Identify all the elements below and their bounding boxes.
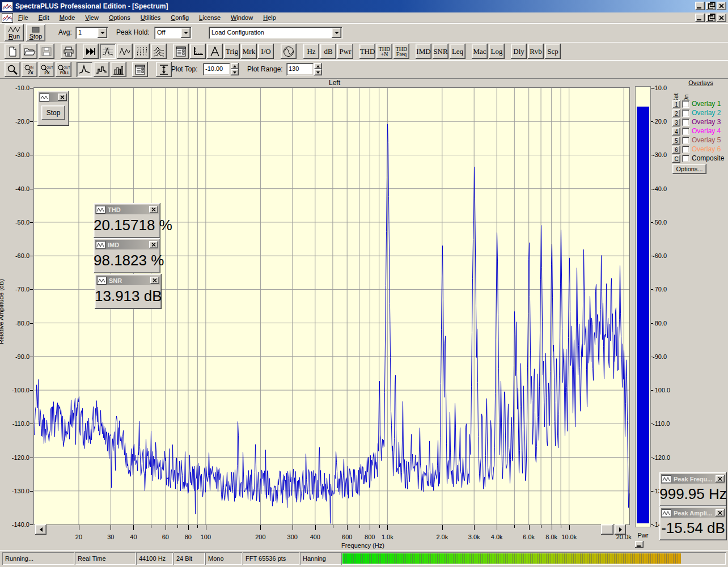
calipers-button[interactable] <box>207 44 223 59</box>
overlay-set-button-4[interactable]: 4 <box>672 128 680 136</box>
fast-forward-button[interactable] <box>83 44 99 59</box>
overlay-checkbox-4[interactable] <box>682 128 689 135</box>
scaling-button[interactable] <box>190 44 206 59</box>
generator-stop-button[interactable]: Stop <box>41 105 65 120</box>
overlay-checkbox-C[interactable] <box>682 155 689 162</box>
delay-button[interactable]: Dly <box>511 44 527 59</box>
menu-edit[interactable]: Edit <box>33 13 54 22</box>
auto-fit-button[interactable] <box>156 62 172 77</box>
leq-button[interactable]: Leq <box>450 44 465 59</box>
thd-panel-titlebar[interactable]: THD <box>95 205 159 214</box>
zoom-out-full-button[interactable]: OUTFULL <box>56 62 71 77</box>
stop-panel-close-icon[interactable] <box>58 94 67 101</box>
plot-top-spinner[interactable] <box>231 63 239 75</box>
menu-view[interactable]: View <box>80 13 104 22</box>
document-icon[interactable] <box>2 13 13 23</box>
menu-utilities[interactable]: Utilities <box>136 13 166 22</box>
menu-mode[interactable]: Mode <box>54 13 81 22</box>
save-file-button[interactable] <box>39 44 54 59</box>
overlay-checkbox-2[interactable] <box>682 109 689 117</box>
menu-license[interactable]: License <box>194 13 226 22</box>
config-dropdown-arrow-icon[interactable] <box>332 28 341 38</box>
peak-frequency-close-icon[interactable] <box>716 475 725 483</box>
zoom-out-2x-button[interactable]: OUT2X <box>39 62 54 77</box>
surface-view-button[interactable] <box>151 44 167 59</box>
overlay-set-button-3[interactable]: 3 <box>672 119 680 126</box>
reverb-button[interactable]: Rvb <box>528 44 544 59</box>
close-button[interactable] <box>717 2 726 10</box>
peak-amplitude-close-icon[interactable] <box>716 509 725 517</box>
display-options-button[interactable] <box>132 62 148 77</box>
menu-file[interactable]: File <box>13 13 33 22</box>
bar-plot-button[interactable] <box>111 62 126 77</box>
peak-hold-dropdown-arrow-icon[interactable] <box>181 28 191 38</box>
pwr-units-button[interactable]: Pwr <box>337 44 353 59</box>
scroll-left-button[interactable] <box>35 524 46 535</box>
restore-button[interactable] <box>706 2 716 10</box>
overlay-set-button-C[interactable]: C <box>672 155 680 163</box>
plot-range-spin-down-icon[interactable] <box>314 69 322 75</box>
plot-top-spin-up-icon[interactable] <box>231 63 239 69</box>
line-plot-button[interactable] <box>77 62 92 77</box>
overlay-set-button-5[interactable]: 5 <box>672 137 680 145</box>
avg-select[interactable]: 1 <box>75 27 108 39</box>
plot-top-spin-down-icon[interactable] <box>231 69 239 75</box>
load-configuration-select[interactable]: Load Configuration <box>209 27 342 39</box>
hz-units-button[interactable]: Hz <box>303 44 319 59</box>
markers-button[interactable]: Mrk <box>241 44 257 59</box>
zoom-in-2x-button[interactable]: IN2X <box>22 62 37 77</box>
overlay-set-button-1[interactable]: 1 <box>672 100 680 108</box>
macro-button[interactable]: Mac <box>472 44 488 59</box>
menu-window[interactable]: Window <box>226 13 258 22</box>
overlay-options-button[interactable]: Options... <box>672 164 706 174</box>
scrollbar-thumb[interactable] <box>601 524 613 535</box>
plot-range-spinner[interactable] <box>314 63 322 75</box>
menu-config[interactable]: Config <box>166 13 194 22</box>
child-restore-button[interactable] <box>706 14 716 22</box>
plot-range-spin-up-icon[interactable] <box>314 63 322 69</box>
thd-n-button[interactable]: THD+N <box>376 44 392 59</box>
new-file-button[interactable] <box>5 44 20 59</box>
overlay-checkbox-6[interactable] <box>682 146 689 153</box>
thd-freq-button[interactable]: THDFreq <box>393 44 409 59</box>
thd-button[interactable]: THD <box>359 44 375 59</box>
open-file-button[interactable] <box>22 44 37 59</box>
menu-help[interactable]: Help <box>258 13 281 22</box>
snr-panel-titlebar[interactable]: SNR <box>96 276 160 285</box>
logging-button[interactable]: Log <box>489 44 505 59</box>
overlay-checkbox-5[interactable] <box>682 137 689 144</box>
mixer-button[interactable] <box>173 44 189 59</box>
overlay-set-button-2[interactable]: 2 <box>672 109 680 117</box>
plot-top-input[interactable]: -10.00 <box>203 63 230 75</box>
zoom-button[interactable] <box>5 62 20 77</box>
snr-button[interactable]: SNR <box>433 44 448 59</box>
snr-panel-close-icon[interactable] <box>150 277 159 284</box>
print-button[interactable] <box>61 44 77 59</box>
overlay-checkbox-3[interactable] <box>682 119 689 126</box>
trigger-button[interactable]: Trig <box>224 44 240 59</box>
menu-options[interactable]: Options <box>104 13 136 22</box>
overlay-checkbox-1[interactable] <box>682 100 689 108</box>
child-minimize-button[interactable] <box>695 14 705 22</box>
imd-panel-titlebar[interactable]: IMD <box>95 240 159 249</box>
time-series-view-button[interactable] <box>117 44 133 59</box>
child-close-button[interactable] <box>717 14 726 22</box>
stop-panel-titlebar[interactable] <box>39 92 67 102</box>
minimized-window-icon[interactable] <box>635 541 644 548</box>
signal-generator-button[interactable] <box>281 44 297 59</box>
peak-frequency-titlebar[interactable]: Peak Frequ... <box>661 474 725 484</box>
peak-hold-select[interactable]: Off <box>154 27 192 39</box>
scroll-right-button[interactable] <box>615 524 626 535</box>
imd-panel-close-icon[interactable] <box>149 241 158 248</box>
peak-amplitude-titlebar[interactable]: Peak Ampli... <box>661 508 725 518</box>
step-plot-button[interactable] <box>94 62 109 77</box>
overlay-set-button-6[interactable]: 6 <box>672 146 680 154</box>
stop-button[interactable]: Stop <box>26 24 45 41</box>
spectrum-view-button[interactable] <box>100 44 116 59</box>
avg-dropdown-arrow-icon[interactable] <box>98 28 107 38</box>
minimize-button[interactable] <box>695 2 705 10</box>
plot-range-input[interactable]: 130 <box>286 63 314 75</box>
scope-button[interactable]: Scp <box>545 44 561 59</box>
run-button[interactable]: Run <box>5 24 24 41</box>
thd-panel-close-icon[interactable] <box>149 206 158 213</box>
